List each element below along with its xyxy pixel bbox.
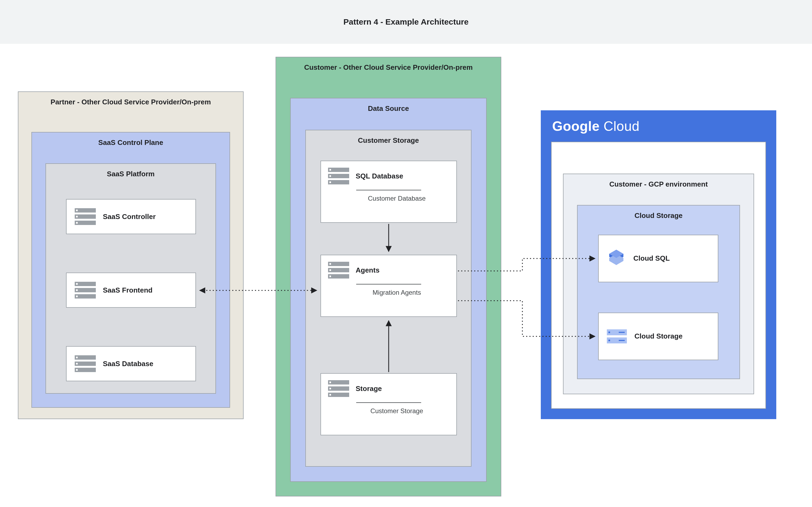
partner-outer-title: Partner - Other Cloud Service Provider/O… <box>18 92 243 110</box>
cloud-storage-icon <box>607 329 627 343</box>
diagram-title-strip: Pattern 4 - Example Architecture <box>0 0 812 44</box>
cloud-sql-label: Cloud SQL <box>633 254 670 263</box>
customer-inner-title: Customer Storage <box>306 130 471 148</box>
cloud-word: Cloud <box>604 119 640 134</box>
storage-box: Storage Customer Storage <box>320 373 457 435</box>
customer-outer-title: Customer - Other Cloud Service Provider/… <box>276 57 501 75</box>
saas-frontend-label: SaaS Frontend <box>103 286 152 294</box>
agents-box: Agents Migration Agents <box>320 255 457 317</box>
cloud-storage-box: Cloud Storage <box>598 313 718 360</box>
agents-sublabel: Migration Agents <box>337 284 456 302</box>
storage-label: Storage <box>356 385 382 393</box>
cloud-storage-label: Cloud Storage <box>635 332 682 341</box>
server-rack-icon <box>75 208 96 225</box>
saas-frontend-box: SaaS Frontend <box>66 273 196 308</box>
server-rack-icon <box>75 282 96 298</box>
server-rack-icon <box>75 355 96 372</box>
saas-controller-box: SaaS Controller <box>66 199 196 234</box>
saas-database-box: SaaS Database <box>66 346 196 381</box>
storage-sublabel: Customer Storage <box>337 403 456 421</box>
google-word: Google <box>552 119 600 134</box>
saas-database-label: SaaS Database <box>103 360 153 368</box>
partner-inner-title: SaaS Platform <box>46 164 215 181</box>
diagram-title: Pattern 4 - Example Architecture <box>344 17 468 26</box>
sql-database-sublabel: Customer Database <box>337 190 456 208</box>
server-rack-icon <box>328 262 349 279</box>
cloud-sql-icon <box>607 248 626 269</box>
google-cloud-logo: Google Cloud <box>541 111 776 137</box>
agents-label: Agents <box>356 266 379 274</box>
sql-database-label: SQL Database <box>356 172 403 180</box>
server-rack-icon <box>328 380 349 397</box>
gcp-inner-title: Cloud Storage <box>577 206 740 223</box>
customer-mid-title: Data Source <box>291 99 486 116</box>
diagram-canvas: Partner - Other Cloud Service Provider/O… <box>0 44 812 507</box>
gcp-environment-title: Customer - GCP environment <box>563 174 754 192</box>
server-rack-icon <box>328 168 349 184</box>
partner-mid-title: SaaS Control Plane <box>32 132 230 150</box>
sql-database-box: SQL Database Customer Database <box>320 161 457 223</box>
cloud-sql-box: Cloud SQL <box>598 235 718 282</box>
saas-controller-label: SaaS Controller <box>103 213 156 221</box>
